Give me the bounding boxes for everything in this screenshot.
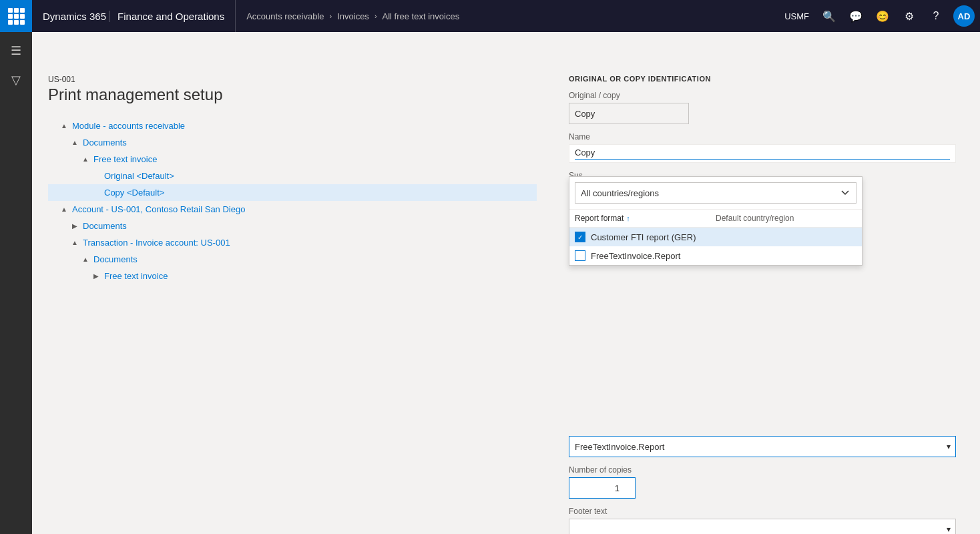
- topbar-brand: Dynamics 365 Finance and Operations: [32, 0, 236, 32]
- tree-label-documents1: Documents: [80, 136, 130, 149]
- sidebar: ☰ ▽: [0, 32, 32, 534]
- tree-node-module[interactable]: ▲ Module - accounts receivable: [48, 117, 537, 134]
- dropdown-col-headers: Report format ↑ Default country/region: [569, 210, 862, 228]
- report-format-select-container: ▾: [569, 436, 956, 457]
- report-format-col-label: Report format: [575, 214, 624, 223]
- settings-button[interactable]: ⚙: [897, 4, 921, 28]
- chevron-account: ▲: [59, 204, 69, 215]
- tree-node-free-text-invoice[interactable]: ▲ Free text invoice: [48, 151, 537, 168]
- chevron-documents3: ▲: [80, 254, 91, 265]
- tree-node-documents3[interactable]: ▲ Documents: [48, 251, 537, 268]
- tree-node-documents1[interactable]: ▲ Documents: [48, 134, 537, 151]
- tree-panel: US-001 Print management setup ▲ Module -…: [32, 64, 553, 534]
- topbar: Dynamics 365 Finance and Operations Acco…: [0, 0, 980, 32]
- chevron-free-text-invoice: ▲: [80, 154, 91, 165]
- original-copy-label: Original / copy: [569, 91, 964, 100]
- name-input[interactable]: [575, 148, 950, 160]
- waffle-button[interactable]: [0, 0, 32, 32]
- dropdown-item-customer-fti[interactable]: Customer FTI report (GER): [569, 228, 862, 246]
- original-copy-group: Original / copy: [569, 91, 964, 124]
- dropdown-item-checkbox-free-text: [575, 250, 585, 261]
- sort-ascending-icon: ↑: [626, 214, 630, 222]
- brand-dynamics365: Dynamics 365: [43, 11, 106, 22]
- country-region-select[interactable]: All countries/regions US - United States…: [575, 182, 856, 204]
- name-group: Name: [569, 132, 964, 163]
- dropdown-item-checkbox-customer-fti: [575, 232, 585, 242]
- tree-label-account: Account - US-001, Contoso Retail San Die…: [69, 203, 248, 216]
- report-format-select-input[interactable]: [569, 436, 956, 457]
- report-format-col-header[interactable]: Report format ↑: [575, 214, 716, 223]
- chat-button[interactable]: 💬: [844, 4, 868, 28]
- tree-node-original-default[interactable]: Original <Default>: [48, 168, 537, 184]
- footer-text-input[interactable]: [569, 519, 956, 534]
- chevron-module: ▲: [59, 121, 69, 131]
- dropdown-item-free-text[interactable]: FreeTextInvoice.Report: [569, 246, 862, 265]
- tree-node-documents2[interactable]: ▶ Documents: [48, 218, 537, 234]
- tree-node-free-text-invoice2[interactable]: ▶ Free text invoice: [48, 268, 537, 284]
- sidebar-hamburger-button[interactable]: ☰: [3, 37, 29, 64]
- sidebar-filter-icon[interactable]: ▽: [3, 67, 29, 93]
- help-button[interactable]: ?: [924, 4, 948, 28]
- tree-label-documents3: Documents: [91, 253, 140, 266]
- topbar-right: USMF 🔍 💬 😊 ⚙ ? AD: [779, 4, 980, 28]
- face-button[interactable]: 😊: [871, 4, 895, 28]
- breadcrumb-item-3[interactable]: All free text invoices: [383, 11, 460, 21]
- report-format-dropdown-items: Customer FTI report (GER) FreeTextInvoic…: [569, 228, 862, 265]
- name-label: Name: [569, 132, 964, 142]
- chevron-transaction: ▲: [69, 238, 80, 248]
- breadcrumb-chevron-1: ›: [330, 12, 332, 20]
- tree-node-account[interactable]: ▲ Account - US-001, Contoso Retail San D…: [48, 201, 537, 218]
- tree-node-transaction[interactable]: ▲ Transaction - Invoice account: US-001: [48, 234, 537, 251]
- breadcrumb-chevron-2: ›: [375, 12, 377, 20]
- brand-finance-operations: Finance and Operations: [109, 11, 224, 22]
- chevron-original: [91, 171, 101, 182]
- main-content: US-001 Print management setup ▲ Module -…: [32, 64, 980, 534]
- country-region-header: All countries/regions US - United States…: [569, 177, 862, 210]
- page-title: Print management setup: [48, 85, 537, 104]
- chevron-free-text2: ▶: [91, 271, 101, 282]
- dropdown-item-label-customer-fti: Customer FTI report (GER): [591, 232, 696, 242]
- tree-label-copy-default: Copy <Default>: [101, 186, 167, 199]
- tenant-label: USMF: [779, 11, 814, 21]
- waffle-icon: [8, 8, 25, 25]
- tree-label-documents2: Documents: [80, 220, 130, 232]
- number-of-copies-label: Number of copies: [569, 465, 964, 475]
- tree-label-transaction: Transaction - Invoice account: US-001: [80, 236, 233, 249]
- search-button[interactable]: 🔍: [817, 4, 841, 28]
- breadcrumb-item-2[interactable]: Invoices: [337, 11, 369, 21]
- user-avatar[interactable]: AD: [953, 5, 975, 27]
- tree-label-free-text-invoice2: Free text invoice: [101, 270, 170, 282]
- tree-label-free-text-invoice: Free text invoice: [91, 153, 160, 166]
- page-subtitle: US-001: [48, 75, 537, 84]
- name-field-container: [569, 144, 956, 163]
- default-country-col-header: Default country/region: [716, 214, 856, 223]
- breadcrumb-item-1[interactable]: Accounts receivable: [246, 11, 324, 21]
- footer-text-field-container: ▾: [569, 519, 956, 534]
- footer-text-group: Footer text ▾: [569, 507, 964, 534]
- report-format-select-group: ▾: [569, 436, 964, 457]
- section-header-original-copy: ORIGINAL OR COPY IDENTIFICATION: [569, 75, 964, 83]
- report-format-dropdown-popup: All countries/regions US - United States…: [569, 176, 863, 266]
- number-of-copies-group: Number of copies: [569, 465, 964, 499]
- tree-node-copy-default[interactable]: Copy <Default>: [48, 184, 537, 201]
- chevron-copy: [91, 188, 101, 198]
- form-panel: ORIGINAL OR COPY IDENTIFICATION Original…: [553, 64, 980, 534]
- dropdown-item-label-free-text: FreeTextInvoice.Report: [591, 251, 680, 261]
- breadcrumb: Accounts receivable › Invoices › All fre…: [236, 11, 779, 21]
- footer-text-label: Footer text: [569, 507, 964, 516]
- tree-label-original-default: Original <Default>: [101, 170, 177, 182]
- chevron-documents2: ▶: [69, 221, 80, 232]
- chevron-documents1: ▲: [69, 138, 80, 148]
- original-copy-input[interactable]: [569, 103, 689, 124]
- number-of-copies-input[interactable]: [569, 477, 636, 499]
- tree-label-module: Module - accounts receivable: [69, 119, 188, 132]
